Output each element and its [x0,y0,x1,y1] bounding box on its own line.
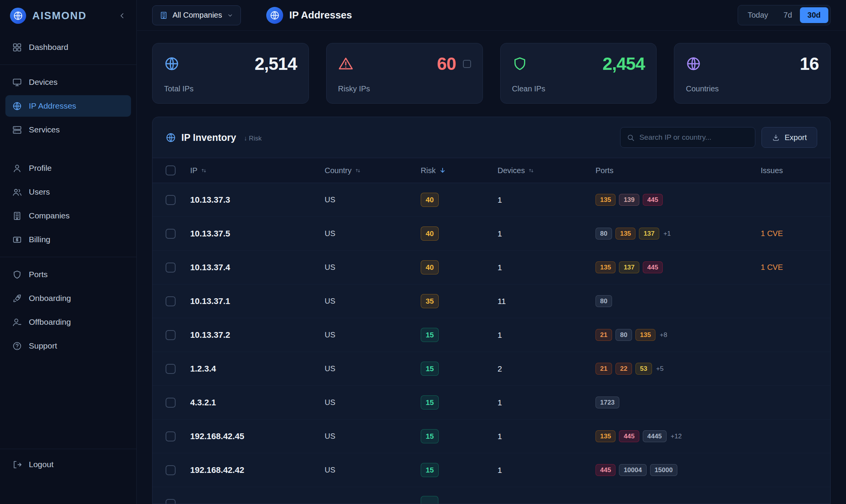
table-row[interactable]: 10.13.37.4US4011351374451 CVE [153,251,830,284]
sidebar-item-billing[interactable]: Billing [5,229,131,250]
page-title: IP Addresses [289,9,352,21]
sidebar-item-ip-addresses[interactable]: IP Addresses [5,95,131,117]
row-checkbox[interactable] [166,364,176,374]
table-row[interactable]: 1.2.3.4US152212253+5 [153,352,830,386]
row-checkbox[interactable] [166,195,176,205]
country-cell: US [325,229,421,238]
sidebar-item-label: Ports [29,270,48,279]
ip-cell: 10.13.37.4 [190,263,325,273]
port-badge: 445 [619,430,639,442]
row-checkbox[interactable] [166,499,176,504]
sidebar-item-users[interactable]: Users [5,181,131,203]
row-checkbox[interactable] [166,229,176,239]
logout-button[interactable]: Logout [5,454,131,475]
risk-cell: 15 [421,362,498,376]
title-group: IP Addresses [266,7,352,24]
ports-more: +8 [660,331,667,339]
main-area: All Companies IP Addresses Today7d30d 2,… [137,0,846,504]
country-cell: US [325,195,421,204]
port-badge: 21 [596,363,612,375]
stat-label: Total IPs [164,84,297,93]
stat-icon-wrap [686,56,701,71]
time-filter-30d[interactable]: 30d [800,7,828,23]
port-badge: 22 [615,363,632,375]
port-badge: 80 [596,228,612,240]
search-icon-wrap [627,134,635,142]
ports-cell: 1354454445+12 [596,430,761,442]
table-row[interactable]: 4.3.2.1US1511723 [153,386,830,420]
row-checkbox[interactable] [166,263,176,273]
row-checkbox[interactable] [166,398,176,408]
sidebar-item-dashboard[interactable]: Dashboard [5,36,131,58]
row-check-cell [166,364,190,374]
stat-icon-wrap [338,56,353,71]
column-header-ip[interactable]: IP [190,166,325,175]
stat-card-top: 60 [338,53,471,74]
sidebar-item-devices[interactable]: Devices [5,71,131,93]
ports-cell: 1723 [596,397,761,408]
sidebar-collapse-button[interactable] [118,12,126,20]
row-check-cell [166,330,190,340]
column-header-risk[interactable]: Risk [421,166,498,175]
row-checkbox[interactable] [166,330,176,340]
sidebar: AISMOND DashboardDevicesIP AddressesServ… [0,0,137,504]
ports-cell: 135139445 [596,194,761,206]
table-row[interactable]: 10.13.37.3US401135139445 [153,183,830,217]
stat-value: 2,454 [602,53,645,74]
table-row[interactable]: 192.168.42.45US1511354454445+12 [153,420,830,453]
risky-filter-checkbox[interactable] [463,60,471,68]
row-checkbox[interactable] [166,296,176,306]
logout-icon-wrap [12,460,22,469]
export-button[interactable]: Export [761,127,817,148]
risk-cell: 15 [421,429,498,443]
time-filter-7d[interactable]: 7d [776,7,800,23]
sidebar-item-companies[interactable]: Companies [5,205,131,226]
devices-cell: 1 [498,229,596,238]
ip-cell: 10.13.37.1 [190,296,325,306]
sidebar-item-services[interactable]: Services [5,119,131,140]
sidebar-item-profile[interactable]: Profile [5,157,131,179]
risk-badge: 15 [421,362,439,376]
table-body: 10.13.37.3US40113513944510.13.37.5US4018… [153,183,830,504]
table-row[interactable]: 10.13.37.2US1512180135+8 [153,318,830,352]
table-row[interactable]: 10.13.37.1US351180 [153,284,830,318]
column-header-country[interactable]: Country [325,166,421,175]
table-row[interactable]: 192.168.42.42US1514451000415000 [153,453,830,487]
ports-cell: 80 [596,295,761,307]
sidebar-item-ports[interactable]: Ports [5,264,131,285]
column-header-devices[interactable]: Devices [498,166,596,175]
issues-cell: 1 CVE [761,229,817,238]
ports-cell: 212253+5 [596,363,761,375]
row-checkbox[interactable] [166,465,176,475]
risk-badge: 40 [421,193,439,207]
chevron-down-icon [227,12,234,19]
port-badge: 21 [596,329,612,341]
table-row[interactable]: 10.13.37.5US40180135137+11 CVE [153,217,830,251]
select-all-checkbox[interactable] [166,165,176,175]
help-icon [12,341,22,351]
sort-icon [355,168,361,174]
company-selector[interactable]: All Companies [152,5,241,25]
stat-icon-wrap [512,56,528,71]
sidebar-item-label: Dashboard [29,43,68,52]
page-title-badge [266,7,283,24]
sidebar-item-support[interactable]: Support [5,335,131,357]
sidebar-divider [0,64,136,65]
risk-badge: 40 [421,226,439,241]
port-badge: 53 [635,363,652,375]
ports-cell: 2180135+8 [596,329,761,341]
stat-value: 2,514 [255,53,297,74]
sort-desc-icon [439,167,446,174]
devices-cell: 11 [498,297,596,306]
row-check-cell [166,195,190,205]
row-checkbox[interactable] [166,431,176,441]
devices-cell: 1 [498,466,596,475]
sidebar-item-offboarding[interactable]: Offboarding [5,311,131,333]
port-badge: 445 [643,194,663,206]
sidebar-item-onboarding[interactable]: Onboarding [5,288,131,309]
ip-cell: 192.168.42.42 [190,465,325,475]
table-row[interactable] [153,487,830,504]
search-input[interactable] [639,133,749,142]
time-filter-today[interactable]: Today [740,7,776,23]
devices-cell: 1 [498,195,596,205]
